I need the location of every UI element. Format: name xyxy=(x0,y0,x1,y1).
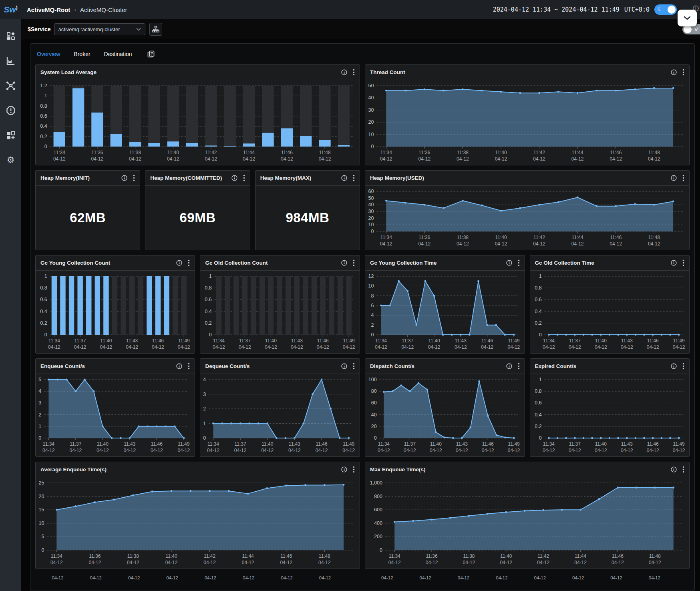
heap-used-chart: 010203040506011:3404-1211:3604-1211:3804… xyxy=(365,186,689,250)
card-gc-young-count: Gc Young Collection Count 00.20.40.60.81… xyxy=(35,255,195,354)
info-icon[interactable] xyxy=(671,363,677,369)
dark-mode-toggle[interactable]: ☾ xyxy=(654,4,677,15)
tab-overview[interactable]: Overview xyxy=(37,51,60,57)
kebab-menu-icon[interactable] xyxy=(353,259,355,266)
card-title: Enqueue Count/s xyxy=(40,363,85,369)
svg-text:10: 10 xyxy=(368,222,374,227)
service-select[interactable]: activemq::activemq-cluster xyxy=(54,23,145,35)
svg-text:12: 12 xyxy=(368,273,374,279)
sidebar-item-metrics[interactable] xyxy=(0,53,21,69)
svg-text:11:40: 11:40 xyxy=(265,338,277,344)
svg-text:11:49: 11:49 xyxy=(343,338,355,344)
svg-text:15: 15 xyxy=(38,507,44,513)
kebab-menu-icon[interactable] xyxy=(243,175,245,181)
svg-text:11:40: 11:40 xyxy=(430,441,442,447)
sidebar-item-dashboards[interactable] xyxy=(0,28,21,44)
alerting-icon xyxy=(6,106,16,115)
kebab-menu-icon[interactable] xyxy=(188,363,190,370)
svg-text:04-12: 04-12 xyxy=(375,344,387,350)
skywalking-logo[interactable]: Sw) xyxy=(0,5,21,14)
svg-text:0.6: 0.6 xyxy=(40,113,47,119)
card-max-enqueue-time: Max Enqueue Time(s) 02004006008001,00011… xyxy=(365,462,690,569)
info-icon[interactable] xyxy=(341,175,347,181)
svg-text:11:34: 11:34 xyxy=(48,338,60,344)
kebab-menu-icon[interactable] xyxy=(353,466,355,473)
info-icon[interactable] xyxy=(671,260,677,266)
info-icon[interactable] xyxy=(121,175,127,181)
kebab-menu-icon[interactable] xyxy=(518,259,520,266)
clipped-date-label: 04-12 xyxy=(649,575,660,580)
svg-text:04-12: 04-12 xyxy=(343,448,355,453)
kebab-menu-icon[interactable] xyxy=(353,175,355,181)
sidebar-item-alerting[interactable] xyxy=(0,103,21,119)
dispatch-chart: 02040608010011:3404-1211:3704-1211:4004-… xyxy=(365,374,525,456)
tab-destination[interactable]: Destination xyxy=(104,51,132,57)
chart-grid: System Load Average 00.20.40.60.811.211:… xyxy=(35,64,690,587)
sidebar-item-marketplace[interactable] xyxy=(0,127,21,143)
breadcrumb-current[interactable]: ActiveMQ-Cluster xyxy=(80,6,127,13)
service-toolbar: $Service activemq::activemq-cluster V xyxy=(21,19,700,39)
svg-text:0.2: 0.2 xyxy=(205,320,212,326)
card-title: Gc Young Collection Count xyxy=(40,260,110,266)
info-icon[interactable] xyxy=(176,363,182,369)
breadcrumb-root[interactable]: ActiveMQ-Root xyxy=(27,6,70,13)
svg-text:04-12: 04-12 xyxy=(463,560,475,565)
info-icon[interactable] xyxy=(341,466,347,472)
sidebar-item-settings[interactable]: ⚙ xyxy=(0,152,21,168)
svg-text:04-12: 04-12 xyxy=(569,448,581,453)
info-icon[interactable] xyxy=(671,175,677,181)
kebab-menu-icon[interactable] xyxy=(682,175,684,181)
heap-init-value: 62MB xyxy=(36,186,140,250)
svg-text:11:49: 11:49 xyxy=(178,441,189,447)
svg-text:04-12: 04-12 xyxy=(646,344,659,350)
service-topology-button[interactable] xyxy=(149,23,162,36)
card-title: Gc Old Collection Count xyxy=(205,260,268,266)
svg-text:04-12: 04-12 xyxy=(500,560,512,565)
svg-text:0: 0 xyxy=(203,435,206,441)
svg-text:11:34: 11:34 xyxy=(380,235,392,240)
info-icon[interactable] xyxy=(671,466,677,472)
svg-text:10: 10 xyxy=(368,283,374,289)
info-icon[interactable] xyxy=(341,69,347,75)
kebab-menu-icon[interactable] xyxy=(682,69,684,76)
collapse-header-button[interactable] xyxy=(678,10,697,26)
svg-text:11:42: 11:42 xyxy=(537,553,549,559)
kebab-menu-icon[interactable] xyxy=(133,175,135,181)
info-icon[interactable] xyxy=(341,363,347,369)
kebab-menu-icon[interactable] xyxy=(188,259,190,266)
service-label: $Service xyxy=(28,26,51,32)
kebab-menu-icon[interactable] xyxy=(518,363,520,370)
kebab-menu-icon[interactable] xyxy=(353,363,355,370)
svg-text:11:38: 11:38 xyxy=(457,150,469,155)
kebab-menu-icon[interactable] xyxy=(682,259,684,266)
moon-icon: ☾ xyxy=(658,6,663,12)
kebab-menu-icon[interactable] xyxy=(353,69,355,76)
version-toggle-label: V xyxy=(694,26,698,32)
info-icon[interactable] xyxy=(506,260,512,266)
svg-text:11:46: 11:46 xyxy=(317,338,329,344)
svg-text:0.6: 0.6 xyxy=(535,400,541,406)
info-icon[interactable] xyxy=(341,260,347,266)
time-range[interactable]: 2024-04-12 11:34 ~ 2024-04-12 11:49 xyxy=(493,6,620,13)
svg-text:20: 20 xyxy=(371,424,377,429)
svg-text:04-12: 04-12 xyxy=(291,344,303,350)
info-icon[interactable] xyxy=(506,363,512,369)
svg-text:04-12: 04-12 xyxy=(594,448,607,453)
clipped-xaxis-strip: 04-1204-1204-1204-1204-1204-1204-1204-12 xyxy=(35,574,360,587)
sidebar-item-topology[interactable] xyxy=(0,78,21,94)
kebab-menu-icon[interactable] xyxy=(682,363,684,370)
svg-text:4: 4 xyxy=(203,377,206,382)
svg-text:0: 0 xyxy=(38,435,41,441)
copy-dashboard-button[interactable] xyxy=(147,50,155,58)
svg-text:11:46: 11:46 xyxy=(647,441,658,447)
info-icon[interactable] xyxy=(671,69,677,75)
svg-text:1: 1 xyxy=(44,93,47,98)
widgets-add-icon xyxy=(6,131,16,140)
svg-text:11:36: 11:36 xyxy=(426,553,438,559)
svg-text:40: 40 xyxy=(368,202,374,207)
info-icon[interactable] xyxy=(231,175,237,181)
info-icon[interactable] xyxy=(176,260,182,266)
svg-text:11:40: 11:40 xyxy=(165,553,177,559)
kebab-menu-icon[interactable] xyxy=(682,466,684,473)
tab-broker[interactable]: Broker xyxy=(74,51,90,57)
